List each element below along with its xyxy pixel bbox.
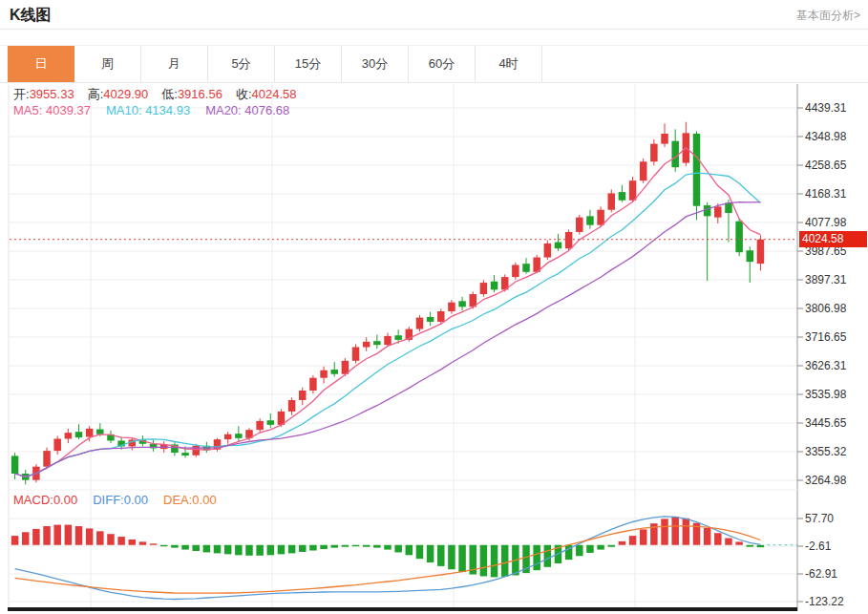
macd-bar: [192, 545, 200, 551]
candle: [597, 210, 604, 225]
kline-app: K线图 基本面分析> 日周月5分15分30分60分4时 4439.314348.…: [0, 0, 868, 614]
ma10-line: [15, 173, 761, 476]
candle: [181, 453, 189, 455]
candle: [330, 370, 338, 374]
open-label: 开:: [13, 87, 30, 101]
macd-bar: [117, 537, 125, 545]
price-axis-label: 4077.98: [805, 216, 847, 229]
candle: [693, 134, 701, 206]
open-value: 3955.33: [30, 87, 74, 101]
macd-bar: [533, 545, 540, 570]
macd-bar: [320, 545, 328, 549]
macd-bar: [448, 545, 455, 569]
macd-bar: [11, 536, 19, 545]
candle: [299, 391, 307, 400]
candle: [394, 335, 402, 340]
close-value: 4024.58: [252, 87, 297, 101]
macd-bar: [427, 545, 434, 562]
macd-bar: [107, 534, 115, 545]
candle: [576, 218, 583, 232]
macd-bar: [757, 545, 765, 547]
tab-60分[interactable]: 60分: [409, 46, 476, 82]
macd-bar: [735, 541, 743, 544]
macd-bar: [352, 545, 360, 546]
macd-bar: [150, 543, 158, 544]
candle: [522, 264, 530, 272]
macd-bar: [309, 545, 317, 551]
macd-bar: [32, 529, 40, 545]
period-tab-bar: 日周月5分15分30分60分4时: [0, 45, 868, 83]
macd-legend: MACD:0.00DIFF:0.00DEA:0.00: [13, 493, 232, 507]
candle: [586, 216, 594, 224]
price-axis-labels: 4439.314348.984258.654168.314077.983987.…: [797, 101, 847, 487]
tab-月[interactable]: 月: [141, 46, 208, 82]
current-price-tag: 4024.58: [799, 231, 867, 247]
ma20-legend: MA20: 4076.68: [205, 103, 289, 117]
candle: [235, 434, 243, 438]
macd-bar: [704, 528, 711, 545]
macd-bar: [299, 545, 307, 552]
tab-5分[interactable]: 5分: [208, 46, 275, 82]
close-label: 收:: [236, 87, 252, 101]
price-axis-label: 3264.98: [805, 474, 847, 487]
macd-bar: [661, 519, 668, 544]
price-axis-label: 3897.31: [805, 273, 847, 286]
macd-bar: [75, 526, 83, 545]
macd-bar: [608, 545, 616, 547]
candle: [735, 222, 743, 253]
tab-4时[interactable]: 4时: [476, 46, 542, 82]
macd-bar: [576, 545, 583, 557]
candle: [288, 400, 296, 412]
candle: [384, 336, 392, 345]
macd-bar: [491, 545, 498, 578]
page-title: K线图: [10, 6, 52, 26]
macd-bar: [235, 545, 243, 556]
macd-bar: [683, 519, 690, 545]
ma10-legend: MA10: 4134.93: [106, 103, 190, 117]
macd-bar: [384, 545, 392, 550]
tab-周[interactable]: 周: [74, 46, 141, 82]
tab-15分[interactable]: 15分: [275, 46, 342, 82]
ma5-legend: MA5: 4039.37: [13, 103, 91, 117]
macd-bar: [406, 545, 413, 556]
tab-日[interactable]: 日: [8, 46, 74, 82]
macd-bar: [203, 545, 211, 553]
zoom-scrollbar[interactable]: [8, 607, 797, 611]
candle: [427, 317, 434, 322]
candle: [86, 429, 94, 437]
macd-axis-label: -123.22: [805, 595, 844, 608]
macd-bar: [171, 545, 179, 548]
candle: [53, 438, 61, 451]
macd-bar: [373, 545, 381, 548]
macd-bar: [129, 540, 137, 545]
candle: [714, 206, 722, 217]
macd-bar: [160, 545, 168, 546]
candle: [224, 434, 232, 439]
macd-bar: [330, 545, 338, 548]
candle: [320, 371, 328, 378]
candle: [512, 265, 519, 277]
macd-bar: [671, 517, 679, 545]
fundamental-analysis-link[interactable]: 基本面分析>: [796, 8, 860, 24]
candle: [416, 318, 424, 329]
chart-region: 4439.314348.984258.654168.314077.983987.…: [0, 84, 868, 614]
macd-bar: [640, 529, 647, 544]
price-gridlines: [10, 108, 797, 480]
macd-bar: [586, 545, 594, 553]
macd-bar: [629, 536, 637, 545]
macd-bar: [245, 545, 253, 556]
macd-histogram: [11, 517, 764, 577]
high-value: 4029.90: [103, 87, 148, 101]
candle: [640, 161, 647, 180]
tab-30分[interactable]: 30分: [342, 46, 409, 82]
macd-bar: [288, 545, 296, 554]
candlestick-macd-chart: 4439.314348.984258.654168.314077.983987.…: [0, 84, 868, 614]
macd-bar: [278, 545, 286, 555]
macd-axis-label: 57.70: [805, 512, 834, 525]
price-axis-label: 3626.31: [805, 359, 847, 372]
candle: [555, 243, 562, 249]
candle: [619, 192, 626, 201]
macd-bar: [342, 545, 349, 547]
candle: [725, 202, 732, 213]
ma-legend: MA5: 4039.37MA10: 4134.93MA20: 4076.68: [13, 103, 305, 117]
